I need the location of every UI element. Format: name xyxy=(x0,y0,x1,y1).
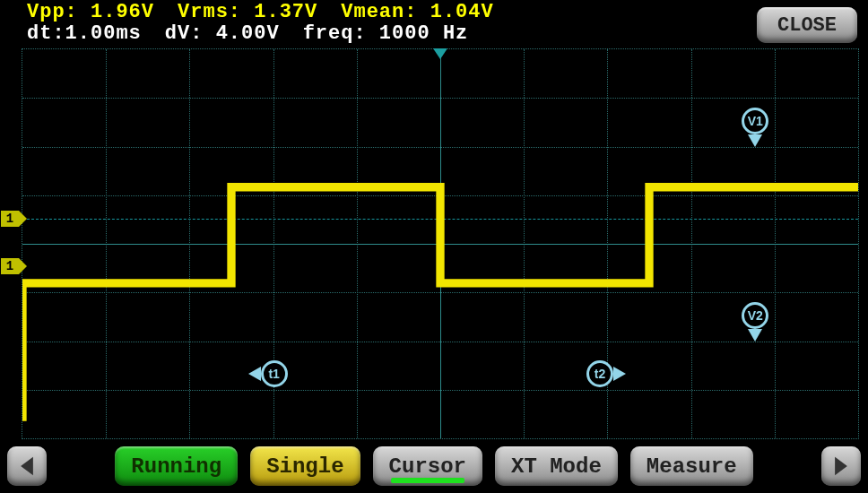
t1-cursor-badge[interactable]: t1 xyxy=(261,360,288,387)
trigger-marker-icon xyxy=(433,48,447,59)
close-button[interactable]: CLOSE xyxy=(757,7,857,43)
scope-graticule[interactable]: 1 1 V1 V2 t1 t2 xyxy=(22,48,859,439)
arrow-down-icon xyxy=(748,134,762,147)
readout-vmean: Vmean: 1.04V xyxy=(341,2,493,23)
close-button-label: CLOSE xyxy=(777,14,837,37)
readout-freq: freq: 1000 Hz xyxy=(303,23,469,45)
readout-vpp: Vpp: 1.96V xyxy=(27,2,154,23)
ch1-ground-flag[interactable]: 1 xyxy=(1,211,19,227)
v2-cursor-label: V2 xyxy=(748,308,763,323)
ch1-ground-flag-b[interactable]: 1 xyxy=(1,258,19,274)
arrow-right-icon xyxy=(613,367,626,381)
readout-vrms: Vrms: 1.37V xyxy=(178,2,317,23)
readout-panel: Vpp: 1.96V Vrms: 1.37V Vmean: 1.04V dt:1… xyxy=(27,2,859,47)
t2-cursor-label: t2 xyxy=(595,367,605,381)
readout-dv: dV: 4.00V xyxy=(165,23,280,45)
ch1-ground-flag-label: 1 xyxy=(6,212,13,226)
arrow-left-icon xyxy=(248,367,261,381)
waveform-trace xyxy=(22,49,858,493)
ch1-ground-flag-b-label: 1 xyxy=(6,259,13,273)
readout-dt: dt:1.00ms xyxy=(27,23,142,45)
v1-cursor-label: V1 xyxy=(748,114,763,128)
arrow-down-icon xyxy=(748,329,762,342)
t1-cursor-label: t1 xyxy=(268,367,279,381)
